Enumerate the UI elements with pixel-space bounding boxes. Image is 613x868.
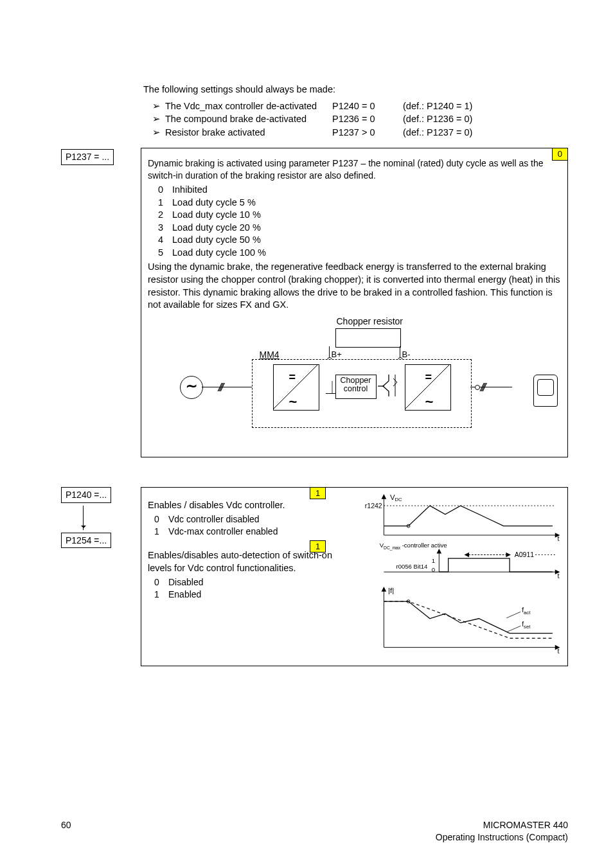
settings-bullet-list: ➢ The Vdc_max controller de-activated P1… [152, 100, 568, 139]
bullet-value: P1237 > 0 [332, 127, 403, 139]
opt-t: Load duty cycle 100 % [172, 247, 266, 260]
vdc-chart-svg: VDC r1242 t VDC_max -controller active 1 [362, 492, 565, 659]
p1240-panel: 1 Enables / disables Vdc controller. 0Vd… [141, 487, 568, 667]
opt-n: 3 [158, 222, 172, 235]
opt-n: 1 [154, 526, 168, 538]
access-level-tab: 1 [310, 487, 326, 500]
bullet-row: ➢ Resistor brake activated P1237 > 0 (de… [152, 127, 568, 139]
opt-t: Load duty cycle 50 % [172, 234, 261, 247]
opt-n: 1 [158, 197, 172, 209]
arrow-icon: ➢ [152, 100, 161, 113]
chopper-control-line2: control [344, 384, 368, 393]
chopper-control-box: Chopper control [335, 375, 377, 399]
ac-symbol-icon: ~ [289, 393, 298, 412]
svg-line-33 [506, 612, 520, 618]
svg-text:t: t [558, 647, 560, 655]
label-chopper-resistor: Chopper resistor [337, 315, 404, 328]
dc-symbol-icon: = [425, 369, 432, 385]
param-box-p1254: P1254 =... [61, 533, 111, 549]
access-level-tab: 0 [552, 148, 568, 161]
bullet-default: (def.: P1236 = 0) [403, 113, 472, 126]
vdc-chart: VDC r1242 t VDC_max -controller active 1 [360, 488, 567, 666]
p1254-lead: Enables/disables auto-detection of switc… [148, 549, 353, 574]
opt-t: Load duty cycle 5 % [172, 197, 256, 209]
p1237-options: 0Inhibited 1Load duty cycle 5 % 2Load du… [158, 184, 561, 259]
terminal-b-minus: B- [402, 349, 411, 360]
terminal-b-plus: B+ [332, 349, 342, 360]
p1240-lead: Enables / disables Vdc controller. [148, 499, 353, 512]
opt-n: 4 [158, 234, 172, 247]
svg-marker-5 [382, 494, 387, 499]
arrow-icon: ➢ [152, 127, 161, 139]
svg-text:r1242: r1242 [365, 502, 382, 509]
svg-text:A0911: A0911 [515, 551, 535, 558]
opt-t: Vdc controller disabled [168, 513, 260, 526]
motor-icon [533, 375, 558, 407]
arrow-icon: ➢ [152, 113, 161, 126]
svg-text:t: t [558, 571, 560, 579]
bullet-row: ➢ The compound brake de-activated P1236 … [152, 113, 568, 126]
param-box-p1240: P1240 =... [61, 487, 111, 503]
chopper-control-line1: Chopper [341, 376, 371, 385]
ac-symbol-icon: ~ [425, 393, 434, 412]
igbt-icon [378, 375, 400, 400]
p1237-trail: Using the dynamic brake, the regenerativ… [148, 261, 561, 311]
opt-t: Inhibited [172, 184, 208, 197]
svg-text:1: 1 [432, 557, 435, 564]
three-phase-icon: /// [481, 380, 484, 395]
svg-text:fact: fact [522, 606, 531, 616]
opt-n: 0 [158, 184, 172, 197]
svg-text:0: 0 [432, 566, 435, 573]
intro-text: The following settings should always be … [143, 84, 568, 96]
svg-marker-28 [382, 587, 387, 592]
bullet-label: The compound brake de-activated [165, 113, 332, 126]
p1237-circuit-diagram: Chopper resistor B+ B- MM4 = ~ ⏊ Chopper… [149, 315, 560, 450]
svg-text:t: t [558, 535, 560, 542]
svg-marker-22 [464, 552, 469, 557]
p1240-row: P1240 =... P1254 =... 1 Enables / disabl… [61, 487, 568, 667]
p1237-row: P1237 = ... 0 Dynamic braking is activat… [61, 148, 568, 457]
bullet-label: The Vdc_max controller de-activated [165, 100, 332, 113]
flow-arrow-icon [83, 506, 84, 530]
opt-t: Load duty cycle 20 % [172, 222, 261, 235]
p1237-lead: Dynamic braking is activated using param… [148, 157, 561, 182]
param-box-p1237: P1237 = ... [61, 149, 114, 165]
svg-line-35 [506, 626, 520, 632]
opt-n: 5 [158, 247, 172, 260]
bullet-value: P1236 = 0 [332, 113, 403, 126]
opt-n: 0 [154, 576, 168, 589]
opt-t: Disabled [168, 576, 203, 589]
p1254-options: 0Disabled 1Enabled [154, 576, 353, 601]
dc-symbol-icon: = [289, 369, 296, 385]
p1240-options: 0Vdc controller disabled 1Vdc-max contro… [154, 513, 353, 538]
svg-text:VDC_max -controller active: VDC_max -controller active [380, 542, 447, 551]
bullet-default: (def.: P1237 = 0) [403, 127, 472, 139]
three-phase-icon: /// [218, 380, 222, 395]
svg-text:fset: fset [522, 620, 531, 630]
ac-source-icon: ∼ [180, 376, 203, 399]
svg-text:VDC: VDC [390, 493, 402, 502]
bullet-row: ➢ The Vdc_max controller de-activated P1… [152, 100, 568, 113]
bullet-value: P1240 = 0 [332, 100, 403, 113]
bullet-default: (def.: P1240 = 1) [403, 100, 472, 113]
svg-marker-15 [437, 549, 442, 554]
access-level-tab: 1 [310, 540, 326, 553]
bullet-label: Resistor brake activated [165, 127, 332, 139]
svg-text:r0056 Bit14: r0056 Bit14 [396, 562, 428, 569]
svg-text:|f|: |f| [388, 586, 394, 594]
svg-marker-23 [506, 552, 511, 557]
opt-n: 0 [154, 513, 168, 526]
opt-t: Load duty cycle 10 % [172, 209, 261, 222]
node-icon [475, 385, 480, 390]
opt-n: 2 [158, 209, 172, 222]
opt-n: 1 [154, 589, 168, 601]
chopper-resistor-icon [335, 328, 401, 348]
p1237-panel: 0 Dynamic braking is activated using par… [141, 148, 568, 457]
opt-t: Vdc-max controller enabled [168, 526, 278, 538]
opt-t: Enabled [168, 589, 201, 601]
